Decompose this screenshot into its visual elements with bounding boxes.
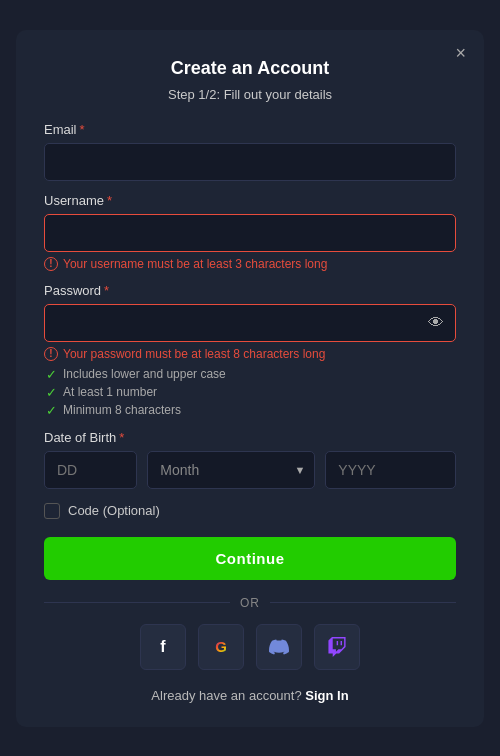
validation-text-0: Includes lower and upper case — [63, 367, 226, 381]
check-icon-1: ✓ — [46, 385, 57, 400]
validation-text-2: Minimum 8 characters — [63, 403, 181, 417]
google-icon: G — [215, 638, 227, 655]
username-input[interactable] — [44, 214, 456, 252]
password-label: Password* — [44, 283, 456, 298]
dob-year-group — [325, 451, 456, 489]
password-input[interactable] — [44, 304, 456, 342]
continue-button[interactable]: Continue — [44, 537, 456, 580]
facebook-icon: f — [160, 638, 165, 656]
username-error-icon: ! — [44, 257, 58, 271]
validation-text-1: At least 1 number — [63, 385, 157, 399]
dob-day-group — [44, 451, 137, 489]
dob-label: Date of Birth* — [44, 430, 456, 445]
step-indicator: Step 1/2: Fill out your details — [44, 87, 456, 102]
dob-field-group: Date of Birth* Month January February Ma… — [44, 430, 456, 489]
toggle-password-button[interactable]: 👁 — [428, 314, 444, 332]
dob-day-input[interactable] — [44, 451, 137, 489]
validation-item-1: ✓ At least 1 number — [46, 385, 456, 400]
code-row: Code (Optional) — [44, 503, 456, 519]
check-icon-2: ✓ — [46, 403, 57, 418]
password-error-message: ! Your password must be at least 8 chara… — [44, 347, 456, 361]
twitch-icon — [327, 637, 347, 657]
password-wrapper: 👁 — [44, 304, 456, 342]
dob-month-select[interactable]: Month January February March April May J… — [147, 451, 315, 489]
username-error-message: ! Your username must be at least 3 chara… — [44, 257, 456, 271]
divider-row: OR — [44, 596, 456, 610]
username-label: Username* — [44, 193, 456, 208]
password-validation-list: ✓ Includes lower and upper case ✓ At lea… — [44, 367, 456, 418]
validation-item-0: ✓ Includes lower and upper case — [46, 367, 456, 382]
signin-row: Already have an account? Sign In — [44, 688, 456, 703]
password-error-icon: ! — [44, 347, 58, 361]
modal-title: Create an Account — [44, 58, 456, 79]
google-login-button[interactable]: G — [198, 624, 244, 670]
discord-login-button[interactable] — [256, 624, 302, 670]
create-account-modal: × Create an Account Step 1/2: Fill out y… — [16, 30, 484, 727]
password-field-group: Password* 👁 ! Your password must be at l… — [44, 283, 456, 418]
check-icon-0: ✓ — [46, 367, 57, 382]
dob-required: * — [119, 430, 124, 445]
code-label[interactable]: Code (Optional) — [68, 503, 160, 518]
signin-link[interactable]: Sign In — [305, 688, 348, 703]
dob-month-group: Month January February March April May J… — [147, 451, 315, 489]
password-error-text: Your password must be at least 8 charact… — [63, 347, 325, 361]
divider-text: OR — [240, 596, 260, 610]
email-required: * — [80, 122, 85, 137]
twitch-login-button[interactable] — [314, 624, 360, 670]
social-buttons-row: f G — [44, 624, 456, 670]
code-checkbox[interactable] — [44, 503, 60, 519]
facebook-login-button[interactable]: f — [140, 624, 186, 670]
validation-item-2: ✓ Minimum 8 characters — [46, 403, 456, 418]
email-label: Email* — [44, 122, 456, 137]
username-error-text: Your username must be at least 3 charact… — [63, 257, 327, 271]
email-input[interactable] — [44, 143, 456, 181]
username-field-group: Username* ! Your username must be at lea… — [44, 193, 456, 271]
dob-row: Month January February March April May J… — [44, 451, 456, 489]
signin-prompt-text: Already have an account? — [151, 688, 301, 703]
username-required: * — [107, 193, 112, 208]
discord-icon — [269, 637, 289, 657]
close-button[interactable]: × — [455, 44, 466, 62]
dob-year-input[interactable] — [325, 451, 456, 489]
divider-right — [270, 602, 456, 603]
email-field-group: Email* — [44, 122, 456, 181]
password-required: * — [104, 283, 109, 298]
divider-left — [44, 602, 230, 603]
